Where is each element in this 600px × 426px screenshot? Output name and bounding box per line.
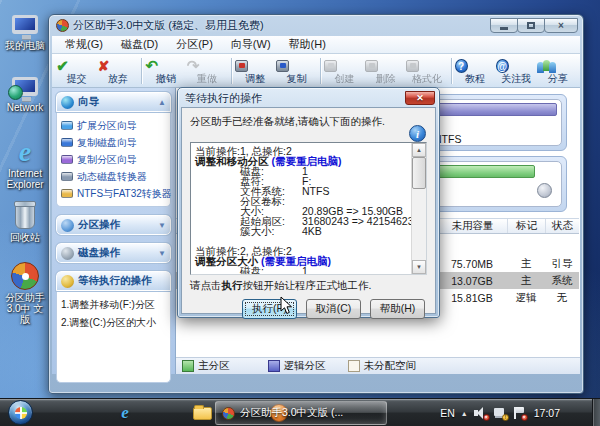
toolbar-submit-button[interactable]: ✔ 提交 [56,58,97,84]
sidebar-item-extend-partition-wizard[interactable]: 扩展分区向导 [60,117,168,134]
maximize-button[interactable] [517,18,545,33]
taskbar-button-partition-assistant[interactable]: 分区助手3.0中文版 (... [215,401,387,425]
pending-operations-dialog: 等待执行的操作 ✕ 分区助手已经准备就绪,请确认下面的操作. i 当前操作:1,… [177,87,440,318]
cancel-button[interactable]: 取消(C) [306,299,361,319]
chevron-down-icon: ▼ [158,221,166,230]
column-mark[interactable]: 标记 [507,219,545,233]
desktop-icon-label: 分区助手3.0中 文版 [2,292,48,325]
sidebar-panel-partition-operations[interactable]: 分区操作 ▼ [56,215,171,235]
toolbar-copy-button[interactable]: 复制 [276,58,317,84]
desktop-icon-recycle-bin[interactable]: 回收站 [2,200,48,243]
minimize-icon [500,27,508,30]
scrollbar-thumb[interactable] [412,157,426,189]
copy-disk-wizard-icon [61,138,73,147]
dynamic-disk-converter-icon [61,172,73,181]
my-computer-icon [2,8,48,40]
execute-button[interactable]: 执行(P) [242,299,297,319]
toolbar-discard-button[interactable]: ✘ 放弃 [97,58,138,84]
question-icon: ? [455,59,468,73]
scroll-down-button[interactable]: ▼ [412,260,426,274]
desktop-icon-my-computer[interactable]: 我的电脑 [2,8,48,51]
clock[interactable]: 17:07 [534,407,560,419]
info-icon: i [409,125,426,142]
minimize-button[interactable] [490,18,518,33]
resize-handle[interactable] [537,183,552,198]
menu-disk[interactable]: 磁盘(D) [112,36,167,53]
create-disk-icon [324,60,337,72]
toolbar-separator [141,58,142,84]
dialog-close-button[interactable]: ✕ [405,91,435,105]
dialog-title: 等待执行的操作 [185,91,262,106]
close-icon: × [558,21,564,31]
toolbar-redo-button: ↷ 重做 [187,58,228,84]
internet-explorer-icon: e [121,403,129,423]
scroll-up-button[interactable]: ▲ [412,143,426,157]
action-center-badge: × [521,414,528,421]
toolbar-separator [451,58,452,84]
app-icon [222,407,235,420]
recycle-bin-icon [2,200,48,232]
toolbar-create-button: 创建 [324,58,365,84]
volume-muted-badge: × [483,414,490,421]
internet-explorer-icon: e [2,136,48,168]
sidebar-panel-disk-operations[interactable]: 磁盘操作 ▼ [56,243,171,263]
help-button[interactable]: 帮助(H) [370,299,425,319]
legend-logical: 逻辑分区 [268,359,326,373]
close-button[interactable]: × [544,18,578,33]
start-button[interactable] [8,400,33,425]
toolbar-tutorial-button[interactable]: ? 教程 [455,58,496,84]
column-status[interactable]: 状态 [545,219,579,233]
undo-icon: ↶ [146,61,159,71]
delete-disk-icon [365,60,378,72]
title-bar[interactable]: 分区助手3.0中文版 (稳定、易用且免费) × [52,15,580,36]
chevron-up-icon: ▲ [158,98,166,107]
action-center-flag-icon[interactable]: × [512,407,525,419]
language-indicator[interactable]: EN [440,407,455,419]
tray-expand-icon[interactable]: ▲ [461,410,468,417]
close-icon: ✕ [416,93,424,103]
desktop-icon-label: Network [2,102,48,113]
desktop-icon-internet-explorer[interactable]: e Internet Explorer [2,136,48,190]
window-title: 分区助手3.0中文版 (稳定、易用且免费) [73,18,264,33]
toolbar-undo-button[interactable]: ↶ 撤销 [145,58,186,84]
desktop: 我的电脑 Network e Internet Explorer 回收站 分区助… [0,0,600,426]
pending-operation-1[interactable]: 1.调整并移动(F:)分区 [60,296,168,314]
sidebar-panel-wizards[interactable]: 向导 ▲ [56,92,171,112]
system-tray: EN ▲ × ! × 17:07 [440,399,560,426]
taskbar-explorer[interactable] [191,402,213,424]
desktop-icon-partition-assistant[interactable]: 分区助手3.0中 文版 [2,260,48,325]
legend-unallocated: 未分配空间 [348,359,417,373]
toolbar-resize-button[interactable]: 调整 [235,58,276,84]
sidebar-item-copy-partition-wizard[interactable]: 复制分区向导 [60,151,168,168]
desktop-icon-network[interactable]: Network [2,70,48,113]
column-unused-capacity[interactable]: 未用容量 [437,219,507,233]
show-desktop-button[interactable] [592,399,600,426]
taskbar-internet-explorer[interactable]: e [114,402,136,424]
sidebar-item-ntfs-fat32-converter[interactable]: NTFS与FAT32转换器 [60,185,168,202]
operations-list[interactable]: 当前操作:1, 总操作:2 调整和移动分区 (需要重启电脑) 磁盘:1 盘符:F… [190,142,427,275]
toolbar-share-button[interactable]: 分享 [537,58,578,84]
network-icon[interactable]: ! [493,407,506,419]
primary-partition-swatch [182,360,194,372]
menu-help[interactable]: 帮助(H) [280,36,335,53]
partition-operations-icon [61,219,74,232]
copy-partition-wizard-icon [61,155,73,164]
app-icon [56,19,69,32]
sidebar-item-copy-disk-wizard[interactable]: 复制磁盘向导 [60,134,168,151]
scrollbar[interactable]: ▲ ▼ [411,143,426,274]
sidebar-panel-pending-operations[interactable]: 等待执行的操作 [56,271,171,291]
toolbar-follow-button[interactable]: @ 关注我 [496,58,537,84]
arrow-down-icon: ▼ [416,262,422,272]
sidebar-item-dynamic-disk-converter[interactable]: 动态磁盘转换器 [60,168,168,185]
ntfs-fat32-converter-icon [61,189,73,198]
cross-icon: ✘ [98,61,110,71]
pending-operation-2[interactable]: 2.调整(C:)分区的大小 [60,314,168,332]
desktop-icon-label: Internet Explorer [2,168,48,190]
network-warning-badge: ! [502,414,509,421]
volume-icon[interactable]: × [474,407,487,419]
menu-partition[interactable]: 分区(P) [167,36,222,53]
menu-wizard[interactable]: 向导(W) [222,36,280,53]
toolbar-separator [320,58,321,84]
dialog-title-bar[interactable]: 等待执行的操作 ✕ [181,89,436,107]
menu-general[interactable]: 常规(G) [56,36,112,53]
